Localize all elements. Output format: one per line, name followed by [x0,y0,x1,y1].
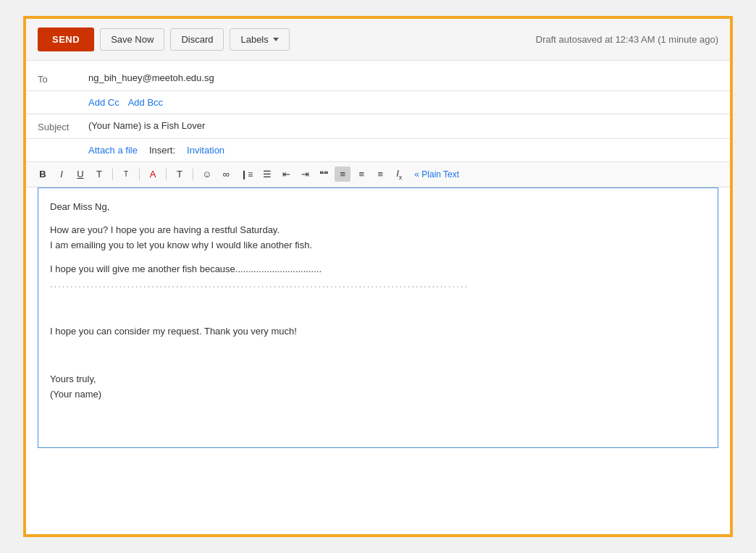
indent-right-button[interactable]: ⇥ [297,166,313,182]
align-left-button[interactable]: ≡ [353,166,369,182]
labels-label: Labels [240,34,268,45]
insert-label: Insert: [149,145,175,156]
email-line-blank [50,301,706,316]
italic-button[interactable]: I [54,166,70,182]
add-bcc-link[interactable]: Add Bcc [128,97,163,108]
attach-row: Attach a file Insert: Invitation [26,139,730,162]
email-line-fish-because: I hope you will give me another fish bec… [50,262,706,292]
formatting-bar: B I U T T A T ☺ ∞ ❙≡ ☰ ⇤ ⇥ ❝❝ ≡ ≡ ≡ Ix «… [26,162,730,187]
to-label: To [38,72,88,85]
email-line-yours: Yours truly, (Your name) [50,372,706,402]
email-line-consider: I hope you can consider my request. Than… [50,324,706,339]
blockquote-button[interactable]: ❝❝ [316,167,332,182]
to-email: ng_bih_huey@meetoh.edu.sg [88,72,214,83]
chevron-down-icon [273,38,279,41]
email-line6: I hope you will give me another fish bec… [50,263,322,274]
separator1 [112,169,113,180]
separator3 [166,169,167,180]
align-right-button[interactable]: ≡ [372,166,388,182]
email-line-greeting: Dear Miss Ng, [50,200,706,215]
separator2 [139,169,140,180]
add-links: Add Cc Add Bcc [88,97,163,108]
emoji-button[interactable]: ☺ [198,166,215,182]
clear-format-button[interactable]: Ix [391,166,407,183]
font-a-button[interactable]: A [145,166,161,182]
labels-button[interactable]: Labels [230,28,289,51]
save-now-button[interactable]: Save Now [100,28,164,51]
subject-label: Subject [38,120,88,132]
send-button[interactable]: SEND [38,28,94,51]
ul-button[interactable]: ☰ [259,166,275,182]
toolbar: SEND Save Now Discard Labels Draft autos… [26,19,730,61]
link-button[interactable]: ∞ [218,166,234,182]
dotted-line: ........................................… [50,279,469,290]
indent-left-button[interactable]: ⇤ [278,166,294,182]
plain-text-link[interactable]: « Plain Text [414,169,459,180]
compose-body: To ng_bih_huey@meetoh.edu.sg Add Cc Add … [26,61,730,448]
to-row: To ng_bih_huey@meetoh.edu.sg [26,67,730,91]
text-t-button[interactable]: T [91,166,107,182]
insert-invitation-link[interactable]: Invitation [187,145,224,156]
align-center-button[interactable]: ≡ [335,166,350,182]
email-line13: (Your name) [50,389,101,400]
email-line-how-are-you: How are you? I hope you are having a res… [50,223,706,253]
underline-button[interactable]: U [72,166,88,182]
discard-button[interactable]: Discard [170,28,224,51]
bold-button[interactable]: B [35,166,51,182]
email-content-area[interactable]: Dear Miss Ng, How are you? I hope you ar… [38,187,718,448]
draft-status: Draft autosaved at 12:43 AM (1 minute ag… [536,34,718,45]
email-line-blank2 [50,348,706,363]
email-line4: I am emailing you to let you know why I … [50,240,312,250]
add-cc-link[interactable]: Add Cc [88,97,119,108]
attach-file-link[interactable]: Attach a file [88,145,138,156]
text-t2-button[interactable]: T [172,166,188,182]
text-size-button[interactable]: T [118,168,134,180]
email-line3: How are you? I hope you are having a res… [50,224,280,235]
subject-row: Subject (Your Name) is a Fish Lover [26,114,730,139]
subject-value[interactable]: (Your Name) is a Fish Lover [88,120,718,131]
email-line12: Yours truly, [50,373,96,384]
cc-bcc-row: Add Cc Add Bcc [26,91,730,114]
to-value-area: ng_bih_huey@meetoh.edu.sg [88,72,718,83]
compose-window: SEND Save Now Discard Labels Draft autos… [23,16,733,537]
ol-button[interactable]: ❙≡ [237,167,256,182]
separator4 [193,169,193,180]
